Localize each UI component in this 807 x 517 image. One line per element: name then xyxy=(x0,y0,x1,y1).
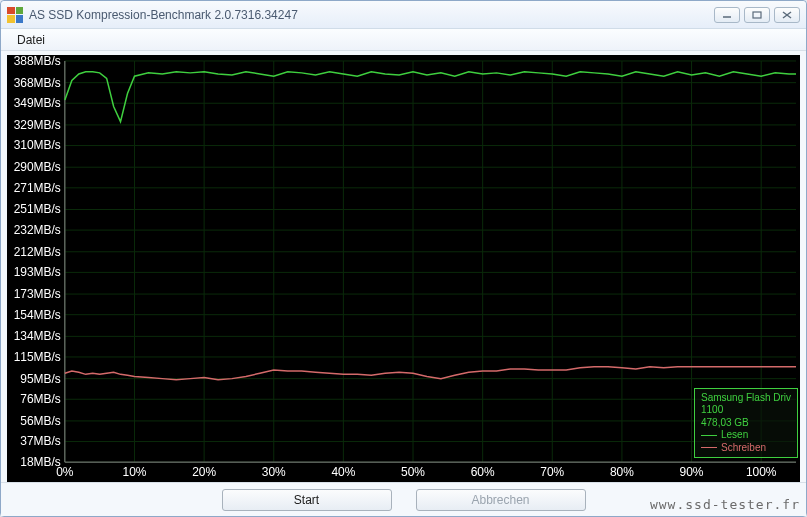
start-button[interactable]: Start xyxy=(222,489,392,511)
window-title: AS SSD Kompression-Benchmark 2.0.7316.34… xyxy=(29,8,714,22)
svg-text:232MB/s: 232MB/s xyxy=(14,223,61,237)
legend-device-line2: 1100 xyxy=(701,404,791,417)
svg-text:20%: 20% xyxy=(192,465,216,479)
svg-text:349MB/s: 349MB/s xyxy=(14,96,61,110)
legend-read-label: Lesen xyxy=(721,429,748,442)
svg-text:271MB/s: 271MB/s xyxy=(14,181,61,195)
svg-text:56MB/s: 56MB/s xyxy=(20,414,61,428)
legend-box: Samsung Flash Driv 1100 478,03 GB Lesen … xyxy=(694,388,798,459)
menu-file[interactable]: Datei xyxy=(9,31,53,49)
svg-text:368MB/s: 368MB/s xyxy=(14,76,61,90)
legend-swatch-write xyxy=(701,447,717,448)
svg-text:95MB/s: 95MB/s xyxy=(20,372,61,386)
svg-text:90%: 90% xyxy=(680,465,704,479)
svg-text:50%: 50% xyxy=(401,465,425,479)
svg-text:115MB/s: 115MB/s xyxy=(14,350,61,364)
abort-button: Abbrechen xyxy=(416,489,586,511)
close-button[interactable] xyxy=(774,7,800,23)
legend-capacity: 478,03 GB xyxy=(701,417,791,430)
svg-text:134MB/s: 134MB/s xyxy=(14,329,61,343)
svg-text:76MB/s: 76MB/s xyxy=(20,392,61,406)
button-row: Start Abbrechen xyxy=(1,482,806,516)
chart-svg: 388MB/s368MB/s349MB/s329MB/s310MB/s290MB… xyxy=(7,55,800,482)
svg-text:193MB/s: 193MB/s xyxy=(14,265,61,279)
svg-text:173MB/s: 173MB/s xyxy=(14,287,61,301)
legend-write-label: Schreiben xyxy=(721,442,766,455)
svg-rect-1 xyxy=(753,12,761,18)
svg-text:100%: 100% xyxy=(746,465,777,479)
svg-text:154MB/s: 154MB/s xyxy=(14,308,61,322)
chart-area: 388MB/s368MB/s349MB/s329MB/s310MB/s290MB… xyxy=(7,55,800,482)
menubar: Datei xyxy=(1,29,806,51)
svg-text:290MB/s: 290MB/s xyxy=(14,160,61,174)
svg-text:60%: 60% xyxy=(471,465,495,479)
app-window: AS SSD Kompression-Benchmark 2.0.7316.34… xyxy=(0,0,807,517)
titlebar: AS SSD Kompression-Benchmark 2.0.7316.34… xyxy=(1,1,806,29)
svg-text:388MB/s: 388MB/s xyxy=(14,55,61,68)
window-controls xyxy=(714,7,800,23)
svg-text:10%: 10% xyxy=(123,465,147,479)
svg-text:0%: 0% xyxy=(56,465,74,479)
svg-text:30%: 30% xyxy=(262,465,286,479)
svg-text:40%: 40% xyxy=(331,465,355,479)
legend-device: Samsung Flash Driv xyxy=(701,392,791,405)
minimize-button[interactable] xyxy=(714,7,740,23)
svg-text:251MB/s: 251MB/s xyxy=(14,203,61,217)
svg-text:80%: 80% xyxy=(610,465,634,479)
maximize-button[interactable] xyxy=(744,7,770,23)
svg-text:37MB/s: 37MB/s xyxy=(20,435,61,449)
legend-swatch-read xyxy=(701,435,717,436)
svg-text:310MB/s: 310MB/s xyxy=(14,139,61,153)
app-icon xyxy=(7,7,23,23)
svg-text:70%: 70% xyxy=(540,465,564,479)
svg-text:329MB/s: 329MB/s xyxy=(14,118,61,132)
svg-text:212MB/s: 212MB/s xyxy=(14,245,61,259)
svg-text:18MB/s: 18MB/s xyxy=(20,455,61,469)
